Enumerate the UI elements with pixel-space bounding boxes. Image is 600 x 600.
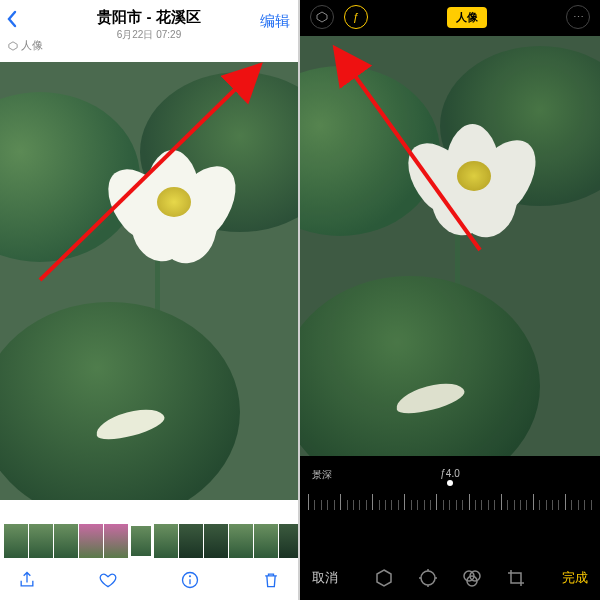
filters-tab[interactable]: [461, 567, 483, 589]
slider-tick: [449, 500, 450, 510]
slider-tick: [327, 500, 328, 510]
slider-tick: [372, 494, 373, 510]
slider-tick: [481, 500, 482, 510]
slider-tick: [424, 500, 425, 510]
slider-tick: [571, 500, 572, 510]
slider-tick: [456, 500, 457, 510]
thumbnail[interactable]: [254, 524, 278, 558]
portrait-tab[interactable]: [373, 567, 395, 589]
slider-tick: [462, 500, 463, 510]
slider-tick: [359, 500, 360, 510]
flash-icon: ƒ: [353, 11, 359, 23]
thumbnail[interactable]: [179, 524, 203, 558]
slider-tick: [436, 494, 437, 510]
slider-tick: [385, 500, 386, 510]
slider-tick: [584, 500, 585, 510]
slider-tick: [558, 500, 559, 510]
edit-bottom-bar: 取消 完成: [300, 556, 600, 600]
slider-tick: [552, 500, 553, 510]
edit-top-bar: ƒ 人像 ⋯: [300, 0, 600, 34]
slider-tick: [507, 500, 508, 510]
slider-tick: [533, 494, 534, 510]
slider-tick: [430, 500, 431, 510]
slider-tick: [366, 500, 367, 510]
thumbnail[interactable]: [79, 524, 103, 558]
cancel-button[interactable]: 取消: [312, 569, 338, 587]
slider-tick: [398, 500, 399, 510]
portrait-mode-label: 人像: [21, 38, 43, 53]
location-title: 贵阳市 - 花溪区: [0, 8, 298, 27]
slider-tick: [475, 500, 476, 510]
slider-tick: [494, 500, 495, 510]
photo-view[interactable]: [0, 62, 298, 500]
aperture-value: ƒ4.0: [300, 468, 600, 479]
thumbnail[interactable]: [54, 524, 78, 558]
slider-tick: [539, 500, 540, 510]
thumbnail[interactable]: [154, 524, 178, 558]
thumbnail-selected[interactable]: [129, 524, 153, 558]
slider-tick: [546, 500, 547, 510]
edit-button[interactable]: 编辑: [260, 12, 290, 31]
slider-tick: [411, 500, 412, 510]
svg-point-4: [189, 576, 190, 577]
svg-marker-7: [377, 570, 391, 586]
slider-tick: [526, 500, 527, 510]
slider-tick: [520, 500, 521, 510]
share-button[interactable]: [16, 569, 38, 591]
slider-tick: [340, 494, 341, 510]
slider-tick: [565, 494, 566, 510]
hexagon-icon: [8, 41, 18, 51]
bottom-toolbar: [0, 560, 298, 600]
slider-tick: [321, 500, 322, 510]
portrait-mode-badge[interactable]: 人像: [447, 7, 487, 28]
slider-tick: [514, 500, 515, 510]
slider-tick: [314, 500, 315, 510]
edit-photo-view[interactable]: [300, 36, 600, 456]
delete-button[interactable]: [260, 569, 282, 591]
crop-tab[interactable]: [505, 567, 527, 589]
like-button[interactable]: [97, 569, 119, 591]
slider-tick: [308, 494, 309, 510]
slider-tick: [404, 494, 405, 510]
more-button[interactable]: ⋯: [566, 5, 590, 29]
done-button[interactable]: 完成: [562, 569, 588, 587]
portrait-mode-badge: 人像: [8, 38, 43, 53]
svg-point-8: [421, 571, 435, 585]
thumbnail[interactable]: [204, 524, 228, 558]
svg-marker-0: [9, 41, 17, 49]
slider-tick: [578, 500, 579, 510]
slider-tick: [391, 500, 392, 510]
thumbnail[interactable]: [104, 524, 128, 558]
thumbnail[interactable]: [229, 524, 253, 558]
slider-tick: [443, 500, 444, 510]
timestamp-subtitle: 6月22日 07:29: [0, 28, 298, 42]
slider-tick: [488, 500, 489, 510]
thumbnail-strip[interactable]: [0, 524, 298, 558]
slider-tick: [334, 500, 335, 510]
slider-tick: [353, 500, 354, 510]
depth-slider[interactable]: [308, 484, 592, 510]
title-block: 贵阳市 - 花溪区 6月22日 07:29: [0, 8, 298, 42]
photo-content: [0, 62, 298, 500]
photo-content: [300, 36, 600, 456]
slider-tick: [591, 500, 592, 510]
slider-tick: [501, 494, 502, 510]
hexagon-tool[interactable]: [310, 5, 334, 29]
thumbnail[interactable]: [4, 524, 28, 558]
info-button[interactable]: [179, 569, 201, 591]
slider-tick: [469, 494, 470, 510]
thumbnail[interactable]: [29, 524, 53, 558]
slider-tick: [379, 500, 380, 510]
slider-tick: [347, 500, 348, 510]
adjust-tab[interactable]: [417, 567, 439, 589]
slider-tick: [417, 500, 418, 510]
photos-detail-pane: 贵阳市 - 花溪区 6月22日 07:29 编辑 人像: [0, 0, 300, 600]
svg-marker-5: [317, 12, 327, 22]
portrait-light-tool[interactable]: ƒ: [344, 5, 368, 29]
thumbnail[interactable]: [279, 524, 298, 558]
photo-edit-pane: ƒ 人像 ⋯: [300, 0, 600, 600]
